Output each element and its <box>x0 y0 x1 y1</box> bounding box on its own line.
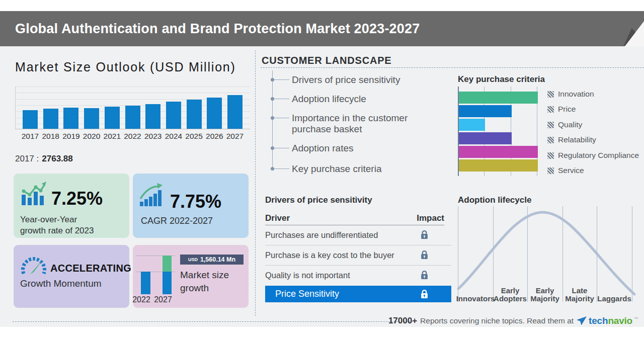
footer-divider <box>13 321 413 322</box>
legend-label: Quality <box>558 120 582 129</box>
bar-2021 <box>105 107 120 129</box>
market-size-growth-card: 2022 2027 USD 1,560.14 Mn Market sizegro… <box>133 245 249 308</box>
panel-divider <box>255 50 256 316</box>
x-axis <box>15 129 250 129</box>
kpc-bar-quality <box>459 119 485 131</box>
lock-icon <box>421 250 428 260</box>
momentum-status: ACCELERATING <box>50 263 131 274</box>
y-axis <box>15 87 16 129</box>
legend-label: Relatability <box>558 135 596 144</box>
market-chart-title: Market Size Outlook (USD Million) <box>15 60 236 74</box>
impact-lock <box>421 270 428 282</box>
kpc-bar-service <box>459 159 538 172</box>
bar-2020 <box>84 108 99 129</box>
driver-label: Quality is not important <box>265 271 350 280</box>
bar-2027 <box>227 95 243 129</box>
x-tick-label: 2021 <box>102 132 122 141</box>
bar-2026 <box>207 98 222 129</box>
bar-chart-zigzag-arrow-icon <box>20 181 46 206</box>
landscape-item-label: Drivers of price sensitivity <box>292 74 449 86</box>
currency-label: USD <box>188 257 198 262</box>
lifecycle-stage-label: Laggards <box>592 286 636 303</box>
bar-2027-base <box>163 272 172 294</box>
x-tick-label: 2020 <box>82 132 102 141</box>
table-row: Purchase is a key cost to the buyer <box>265 245 451 266</box>
gridline <box>15 93 250 93</box>
legend-swatch-icon <box>547 122 554 128</box>
technavio-plane-icon <box>577 316 587 326</box>
footer: 17000+ Reports covering niche topics. Re… <box>388 314 638 327</box>
lock-icon <box>421 289 428 301</box>
lock-icon <box>421 289 428 299</box>
trademark: ™ <box>634 316 638 321</box>
yoy-growth-desc: Year-over-Yeargrowth rate of 2023 <box>20 214 94 236</box>
page-title: Global Authentication and Brand Protecti… <box>15 11 420 46</box>
header-bar: Global Authentication and Brand Protecti… <box>0 11 644 46</box>
landscape-item-label: Importance in the customer purchase bask… <box>292 113 449 135</box>
bar-2019 <box>63 108 78 129</box>
growth-amount: 1,560.14 Mn <box>200 256 235 263</box>
mini-chart-year-label: 2022 <box>130 295 152 304</box>
cagr-label: CAGR 2022-2027 <box>141 215 213 226</box>
bullet-dot <box>271 78 274 81</box>
bullet-spine <box>272 70 273 170</box>
column-header-driver: Driver <box>265 213 290 223</box>
x-tick-label: 2019 <box>61 132 82 141</box>
x-tick-label: 2023 <box>143 132 164 141</box>
bullet-connector <box>274 148 289 148</box>
mini-chart-year-label: 2027 <box>152 295 174 304</box>
landscape-item-label: Adoption lifecycle <box>292 94 449 105</box>
technavio-logo[interactable]: technavio ™ <box>577 315 638 326</box>
bullet-connector <box>274 99 289 99</box>
impact-lock <box>421 250 428 262</box>
x-tick-label: 2025 <box>184 132 204 141</box>
kpc-bar-price <box>459 105 512 117</box>
bullet-dot <box>271 146 274 150</box>
kpc-chart-title: Key purchase criteria <box>458 74 545 85</box>
lock-icon <box>421 230 428 239</box>
legend-swatch-icon <box>547 167 554 174</box>
kpc-bar-relatability <box>459 132 512 144</box>
bullet-dot <box>271 167 274 171</box>
gridline <box>15 87 250 87</box>
legend-item: Service <box>547 166 584 175</box>
growth-amount-badge: USD 1,560.14 Mn <box>180 255 244 265</box>
x-tick-label: 2017 <box>20 132 41 141</box>
section-title-customer-landscape: CUSTOMER LANDSCAPE <box>262 55 392 66</box>
growth-desc: Market sizegrowth <box>180 269 229 295</box>
driver-label: Purchase is a key cost to the buyer <box>265 250 394 260</box>
bullet-connector <box>274 79 289 80</box>
legend-swatch-icon <box>547 106 554 113</box>
legend-item: Innovation <box>547 90 594 99</box>
x-tick-label: 2024 <box>163 132 184 141</box>
section-underline <box>261 67 644 68</box>
bar-2022 <box>125 106 140 129</box>
bullet-dot <box>271 97 274 101</box>
legend-item: Price <box>547 105 576 114</box>
legend-item: Relatability <box>547 135 596 144</box>
bar-2025 <box>187 100 202 129</box>
table-row: Purchases are undifferentiated <box>265 225 451 245</box>
x-tick-label: 2027 <box>225 132 246 141</box>
impact-lock <box>421 230 428 241</box>
base-year-value: 2763.88 <box>42 154 72 163</box>
x-tick-label: 2022 <box>122 132 143 141</box>
growth-momentum-card <box>14 245 129 308</box>
legend-label: Regulatory Compliance <box>558 151 639 160</box>
momentum-label: Growth Momentum <box>20 278 102 289</box>
footer-text: Reports covering niche topics. Read them… <box>420 316 574 325</box>
legend-label: Service <box>558 166 584 175</box>
bar-2022 <box>141 272 150 294</box>
logo-text-tech: tech <box>589 315 608 326</box>
bar-2017 <box>23 110 38 129</box>
bar-2023 <box>145 104 160 129</box>
driver-label: Purchases are undifferentiated <box>265 230 378 240</box>
kpc-bar-chart <box>458 87 639 176</box>
table-row: Quality is not important <box>265 266 451 286</box>
landscape-item-label: Adoption rates <box>292 143 449 154</box>
report-count: 17000+ <box>388 316 417 326</box>
lock-icon <box>421 270 428 280</box>
highlight-label: Price Sensitivity <box>275 289 339 299</box>
kpc-bar-innovation <box>459 92 538 104</box>
legend-swatch-icon <box>547 91 554 98</box>
